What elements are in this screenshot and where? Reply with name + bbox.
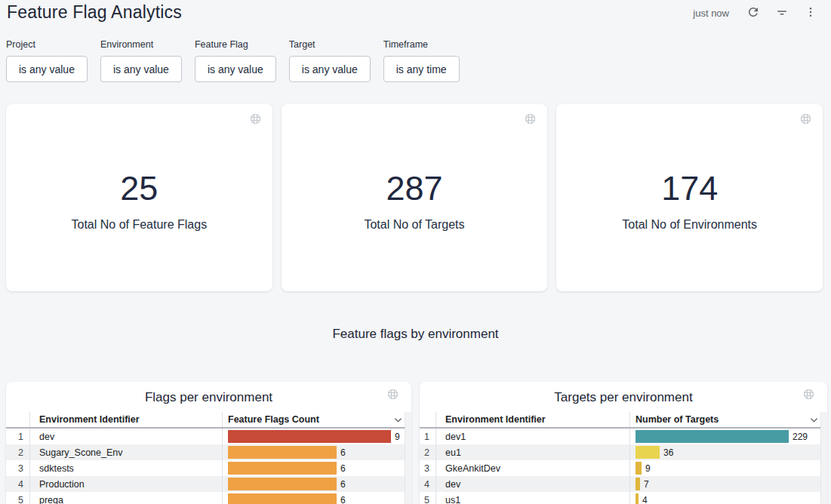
- value-label: 9: [395, 432, 400, 442]
- count-cell[interactable]: 9: [222, 429, 405, 444]
- filter-target: Target is any value: [289, 39, 371, 82]
- value-label: 6: [340, 463, 346, 474]
- filters-button[interactable]: [773, 4, 791, 22]
- count-cell[interactable]: 36: [629, 444, 820, 460]
- value-label: 7: [644, 479, 649, 490]
- value-bar[interactable]: [228, 446, 337, 459]
- value-bar[interactable]: [636, 430, 789, 443]
- flags-table: Environment Identifier Feature Flags Cou…: [6, 412, 405, 504]
- table-scrollbar-track[interactable]: [405, 412, 411, 504]
- value-bar[interactable]: [228, 478, 337, 490]
- environment-identifier-cell[interactable]: eu1: [436, 444, 629, 460]
- count-cell[interactable]: 4: [629, 492, 820, 504]
- count-cell[interactable]: 6: [222, 444, 405, 460]
- last-refresh-text: just now: [693, 8, 729, 19]
- filter-project-button[interactable]: is any value: [6, 56, 88, 82]
- dashboard-menu-button[interactable]: [802, 4, 820, 22]
- table-row: 2Sugary_Scone_Env6: [6, 444, 405, 460]
- value-bar[interactable]: [636, 446, 660, 459]
- kpi-value: 25: [6, 169, 272, 208]
- value-label: 36: [663, 447, 673, 458]
- filter-timeframe-button[interactable]: is any time: [383, 56, 460, 82]
- row-index: 3: [420, 460, 436, 476]
- dashboard: Feature Flag Analytics just now Project …: [0, 0, 831, 504]
- environment-identifier-cell[interactable]: us1: [436, 492, 629, 504]
- feature-flags-count-header: Feature Flags Count: [222, 412, 405, 427]
- value-label: 9: [645, 463, 651, 474]
- environment-identifier-cell[interactable]: dev1: [436, 429, 629, 444]
- globe-icon: [386, 388, 399, 404]
- flags-table-body: 1dev92Sugary_Scone_Env63sdktests64Produc…: [6, 429, 405, 504]
- targets-table-body: 1dev12292eu1363GkeAnkitDev94dev75us14: [420, 429, 820, 504]
- count-cell[interactable]: 7: [629, 476, 820, 492]
- row-index: 4: [420, 476, 436, 492]
- table-row: 5us14: [420, 492, 820, 504]
- value-bar[interactable]: [228, 462, 337, 475]
- table-row: 1dev1229: [420, 429, 820, 444]
- filter-label: Feature Flag: [195, 39, 276, 50]
- kpi-label: Total No of Targets: [282, 218, 548, 232]
- column-header-label: Number of Targets: [636, 414, 719, 425]
- chart-title: Targets per environment: [420, 382, 827, 405]
- environment-identifier-cell[interactable]: sdktests: [29, 460, 222, 476]
- filter-project: Project is any value: [6, 39, 88, 82]
- environment-identifier-cell[interactable]: dev: [436, 476, 629, 492]
- filter-environment-button[interactable]: is any value: [100, 56, 182, 82]
- value-bar[interactable]: [636, 462, 642, 475]
- chevron-down-icon[interactable]: [808, 414, 820, 426]
- header-controls: just now: [693, 4, 820, 22]
- count-cell[interactable]: 6: [222, 476, 405, 492]
- kpi-row: 25 Total No of Feature Flags 287 Total N…: [6, 104, 823, 291]
- count-cell[interactable]: 9: [629, 460, 820, 476]
- globe-icon: [249, 112, 262, 128]
- value-label: 4: [642, 495, 648, 504]
- table-row: 4Production6: [6, 476, 405, 492]
- kpi-value: 287: [282, 169, 548, 208]
- table-row: 2eu136: [420, 444, 820, 460]
- environment-identifier-cell[interactable]: Production: [29, 476, 222, 492]
- globe-icon: [802, 388, 815, 404]
- environment-identifier-header: Environment Identifier: [436, 412, 629, 427]
- filter-target-button[interactable]: is any value: [289, 56, 371, 82]
- chart-title: Flags per environment: [6, 382, 411, 405]
- value-label: 6: [340, 479, 346, 490]
- value-bar[interactable]: [228, 430, 391, 443]
- row-index: 2: [6, 444, 29, 460]
- targets-per-environment-card: Targets per environment Environment Iden…: [420, 382, 827, 504]
- count-cell[interactable]: 6: [222, 492, 405, 504]
- environment-identifier-header: Environment Identifier: [29, 412, 222, 427]
- column-header-label: Feature Flags Count: [228, 414, 319, 425]
- value-bar[interactable]: [636, 493, 639, 504]
- kpi-card-feature-flags: 25 Total No of Feature Flags: [6, 104, 272, 291]
- count-cell[interactable]: 6: [222, 460, 405, 476]
- table-scrollbar-track[interactable]: [820, 412, 827, 504]
- filter-timeframe: Timeframe is any time: [383, 39, 460, 82]
- targets-table: Environment Identifier Number of Targets…: [420, 412, 820, 504]
- environment-identifier-cell[interactable]: Sugary_Scone_Env: [29, 444, 222, 460]
- filter-environment: Environment is any value: [100, 39, 182, 82]
- value-label: 6: [340, 447, 346, 458]
- filter-feature-flag: Feature Flag is any value: [195, 39, 276, 82]
- row-index: 2: [420, 444, 436, 460]
- filter-feature-flag-button[interactable]: is any value: [195, 56, 276, 82]
- value-bar[interactable]: [636, 478, 640, 490]
- kpi-card-targets: 287 Total No of Targets: [282, 104, 548, 291]
- row-index: 4: [6, 476, 29, 492]
- table-row: 3GkeAnkitDev9: [420, 460, 820, 476]
- kpi-content: 25 Total No of Feature Flags: [6, 169, 272, 232]
- count-cell[interactable]: 229: [629, 429, 820, 444]
- table-row: 3sdktests6: [6, 460, 405, 476]
- environment-identifier-cell[interactable]: dev: [29, 429, 222, 444]
- filter-icon: [775, 5, 789, 21]
- environment-identifier-cell[interactable]: GkeAnkitDev: [436, 460, 629, 476]
- section-title: Feature flags by environment: [0, 327, 831, 342]
- row-index: 5: [420, 492, 436, 504]
- kpi-card-environments: 174 Total No of Environments: [556, 104, 823, 291]
- globe-icon: [799, 112, 812, 128]
- environment-identifier-cell[interactable]: prega: [29, 492, 222, 504]
- kpi-value: 174: [556, 169, 823, 208]
- value-bar[interactable]: [228, 493, 337, 504]
- chevron-down-icon[interactable]: [392, 414, 404, 426]
- value-label: 6: [340, 495, 346, 504]
- refresh-button[interactable]: [744, 4, 762, 22]
